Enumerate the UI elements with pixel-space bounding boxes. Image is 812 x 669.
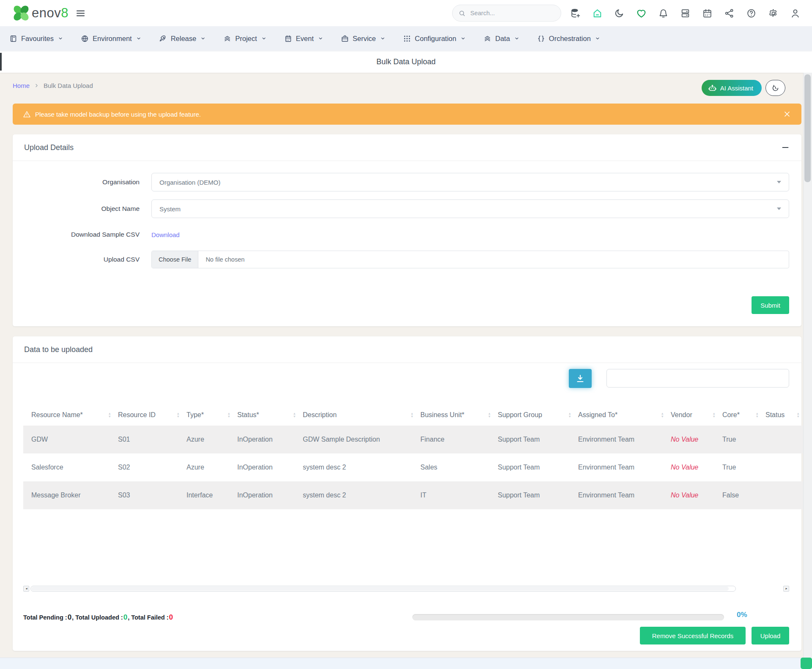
column-header[interactable]: Status▲▼ [765, 404, 806, 426]
sort-icon[interactable]: ▲▼ [411, 412, 414, 418]
horizontal-scrollbar-thumb[interactable] [31, 587, 729, 591]
moon-icon[interactable] [614, 8, 625, 19]
table-cell: S01 [117, 426, 186, 453]
table-cell [765, 453, 806, 481]
calendar-icon[interactable] [702, 8, 713, 19]
sort-icon[interactable]: ▲▼ [568, 412, 571, 418]
column-header[interactable]: Status*▲▼ [236, 404, 302, 426]
table-filter-input[interactable] [606, 369, 789, 388]
remove-successful-records-button[interactable]: Remove Successful Records [640, 627, 746, 644]
sort-icon[interactable]: ▲▼ [713, 412, 716, 418]
object-name-select[interactable]: System [151, 199, 789, 218]
column-header[interactable]: Resource Name*▲▼ [23, 404, 117, 426]
search-box[interactable] [452, 5, 561, 22]
sort-icon[interactable]: ▲▼ [797, 412, 800, 418]
horizontal-scrollbar[interactable]: ◂ ▸ [23, 586, 789, 592]
alert-close-button[interactable] [783, 110, 791, 118]
sort-icon[interactable]: ▲▼ [661, 412, 664, 418]
column-header-label: Vendor [671, 411, 692, 419]
table-actions: Remove Successful Records Upload [640, 627, 789, 644]
nav-item-label: Configuration [415, 35, 456, 43]
column-header[interactable]: Type*▲▼ [186, 404, 236, 426]
download-sample-link[interactable]: Download [151, 231, 180, 238]
share-icon[interactable] [724, 8, 735, 19]
submit-button[interactable]: Submit [752, 296, 789, 314]
nav-item-service[interactable]: Service [341, 35, 385, 43]
file-status-text: No file chosen [206, 256, 244, 263]
hamburger-menu-icon[interactable] [75, 8, 86, 19]
table-cell: GDW Sample Description [302, 426, 420, 453]
organisation-select[interactable]: Organisation (DEMO) [151, 173, 789, 191]
scroll-right-button[interactable]: ▸ [783, 586, 789, 592]
app-logo[interactable]: enov8 [12, 4, 69, 22]
home-icon[interactable] [592, 8, 603, 19]
scroll-left-button[interactable]: ◂ [23, 586, 29, 592]
logo-accent: 8 [61, 5, 69, 20]
sort-icon[interactable]: ▲▼ [228, 412, 230, 418]
upload-button[interactable]: Upload [752, 627, 789, 644]
sort-icon[interactable]: ▲▼ [108, 412, 111, 418]
sort-icon[interactable]: ▲▼ [756, 412, 759, 418]
column-header[interactable]: Business Unit*▲▼ [420, 404, 497, 426]
bell-icon[interactable] [658, 8, 669, 19]
table-cell: InOperation [236, 453, 302, 481]
collapse-panel-button[interactable] [781, 143, 790, 152]
sort-icon[interactable]: ▲▼ [293, 412, 296, 418]
column-header[interactable]: Support Group▲▼ [497, 404, 577, 426]
heart-icon[interactable] [636, 8, 647, 19]
chevron-down-icon [136, 36, 141, 41]
column-header[interactable]: Assigned To*▲▼ [577, 404, 670, 426]
help-icon[interactable] [746, 8, 757, 19]
breadcrumb-home-link[interactable]: Home [13, 82, 30, 89]
history-button[interactable] [765, 80, 785, 96]
release-icon [159, 35, 167, 43]
vertical-scrollbar-thumb[interactable] [804, 74, 811, 182]
table-cell: Message Broker [23, 481, 117, 509]
sort-icon[interactable]: ▲▼ [488, 412, 491, 418]
nav-item-orchestration[interactable]: Orchestration [537, 35, 600, 43]
nav-item-configuration[interactable]: Configuration [403, 35, 466, 43]
database-add-icon[interactable] [570, 8, 581, 19]
nav-item-project[interactable]: Project [223, 35, 266, 43]
vertical-scrollbar[interactable] [803, 73, 812, 669]
nav-item-favourites[interactable]: Favourites [9, 35, 63, 43]
column-header[interactable]: Resource ID▲▼ [117, 404, 186, 426]
nav-item-environment[interactable]: Environment [81, 35, 141, 43]
chevron-down-icon [461, 36, 466, 41]
user-icon[interactable] [790, 8, 801, 19]
nav-item-release[interactable]: Release [159, 35, 206, 43]
data-section-body: Resource Name*▲▼Resource ID▲▼Type*▲▼Stat… [13, 363, 801, 651]
choose-file-button[interactable]: Choose File [152, 251, 198, 268]
column-header[interactable]: Core*▲▼ [721, 404, 765, 426]
nav-item-event[interactable]: Event [284, 35, 323, 43]
horizontal-scrollbar-track[interactable] [30, 586, 736, 592]
table-row[interactable]: SalesforceS02AzureInOperationsystem desc… [23, 453, 806, 481]
sort-icon[interactable]: ▲▼ [177, 412, 180, 418]
minus-icon [781, 143, 790, 152]
export-table-button[interactable] [569, 369, 592, 388]
chevron-down-icon [595, 36, 600, 41]
settings-icon[interactable] [768, 8, 779, 19]
column-header-label: Core* [722, 411, 740, 419]
floating-chat-button[interactable] [801, 658, 812, 669]
ai-assistant-button[interactable]: AI Assistant [702, 80, 762, 96]
table-row[interactable]: Message BrokerS03InterfaceInOperationsys… [23, 481, 806, 509]
table-cell: Salesforce [23, 453, 117, 481]
project-icon [223, 35, 231, 43]
search-input[interactable] [469, 9, 549, 17]
enov8-logo-icon [12, 4, 30, 22]
search-icon [458, 10, 466, 17]
data-icon [483, 35, 491, 43]
column-header[interactable]: Vendor▲▼ [670, 404, 721, 426]
column-header-label: Business Unit* [420, 411, 464, 419]
header-toolbar [570, 0, 801, 26]
nav-item-data[interactable]: Data [483, 35, 519, 43]
column-header[interactable]: Description▲▼ [302, 404, 420, 426]
table-cell: Sales [420, 453, 497, 481]
table-row[interactable]: GDWS01AzureInOperationGDW Sample Descrip… [23, 426, 806, 453]
page-title: Bulk Data Upload [376, 57, 436, 66]
table-cell: Environment Team [577, 426, 670, 453]
csv-file-input[interactable]: Choose File No file chosen [151, 251, 789, 268]
upload-csv-row: Upload CSV Choose File No file chosen [13, 251, 789, 268]
archive-icon[interactable] [680, 8, 691, 19]
